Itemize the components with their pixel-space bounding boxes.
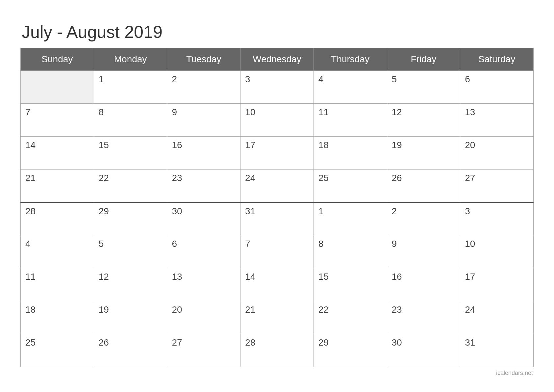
day-cell: 6 <box>167 235 240 268</box>
day-cell: 3 <box>240 71 314 104</box>
day-cell: 1 <box>94 71 167 104</box>
day-cell: 20 <box>460 137 534 170</box>
day-cell: 9 <box>167 104 240 137</box>
day-cell: 12 <box>94 268 167 301</box>
day-cell: 18 <box>314 137 387 170</box>
day-cell: 2 <box>167 71 240 104</box>
day-cell: 31 <box>460 334 534 367</box>
calendar-header: SundayMondayTuesdayWednesdayThursdayFrid… <box>21 48 534 71</box>
day-cell: 17 <box>460 268 534 301</box>
week-row-0: 123456 <box>21 71 534 104</box>
day-cell: 11 <box>21 268 94 301</box>
header-cell-wednesday: Wednesday <box>240 48 314 71</box>
day-cell: 21 <box>240 301 314 334</box>
day-cell: 27 <box>460 170 534 202</box>
calendar-container: July - August 2019 SundayMondayTuesdayWe… <box>20 9 534 383</box>
day-cell: 23 <box>167 170 240 202</box>
day-cell: 24 <box>240 170 314 202</box>
day-cell: 7 <box>21 104 94 137</box>
calendar-body: 1234567891011121314151617181920212223242… <box>21 71 534 367</box>
day-cell: 14 <box>21 137 94 170</box>
watermark: icalendars.net <box>20 370 534 377</box>
week-row-1: 78910111213 <box>21 104 534 137</box>
day-cell: 5 <box>387 71 460 104</box>
day-cell: 2 <box>387 202 460 235</box>
week-row-7: 18192021222324 <box>21 301 534 334</box>
calendar-title: July - August 2019 <box>20 22 534 42</box>
calendar-table: SundayMondayTuesdayWednesdayThursdayFrid… <box>20 48 534 367</box>
day-cell: 8 <box>94 104 167 137</box>
day-cell: 22 <box>314 301 387 334</box>
day-cell: 9 <box>387 235 460 268</box>
day-cell: 4 <box>314 71 387 104</box>
week-row-2: 14151617181920 <box>21 137 534 170</box>
day-cell: 7 <box>240 235 314 268</box>
day-cell: 4 <box>21 235 94 268</box>
day-cell: 18 <box>21 301 94 334</box>
day-cell: 11 <box>314 104 387 137</box>
header-cell-saturday: Saturday <box>460 48 534 71</box>
day-cell: 20 <box>167 301 240 334</box>
day-cell: 1 <box>314 202 387 235</box>
day-cell: 28 <box>240 334 314 367</box>
day-cell: 31 <box>240 202 314 235</box>
day-cell: 23 <box>387 301 460 334</box>
day-cell: 12 <box>387 104 460 137</box>
day-cell: 3 <box>460 202 534 235</box>
day-cell: 26 <box>387 170 460 202</box>
day-cell: 22 <box>94 170 167 202</box>
day-cell: 10 <box>240 104 314 137</box>
day-cell: 19 <box>94 301 167 334</box>
week-row-5: 45678910 <box>21 235 534 268</box>
day-cell: 13 <box>167 268 240 301</box>
day-cell: 5 <box>94 235 167 268</box>
day-cell: 14 <box>240 268 314 301</box>
day-cell: 26 <box>94 334 167 367</box>
day-cell: 30 <box>167 202 240 235</box>
day-cell <box>21 71 94 104</box>
header-cell-friday: Friday <box>387 48 460 71</box>
header-cell-tuesday: Tuesday <box>167 48 240 71</box>
day-cell: 17 <box>240 137 314 170</box>
week-row-4: 28293031123 <box>21 202 534 235</box>
day-cell: 8 <box>314 235 387 268</box>
week-row-6: 11121314151617 <box>21 268 534 301</box>
day-cell: 29 <box>314 334 387 367</box>
day-cell: 30 <box>387 334 460 367</box>
day-cell: 6 <box>460 71 534 104</box>
day-cell: 28 <box>21 202 94 235</box>
day-cell: 19 <box>387 137 460 170</box>
day-cell: 25 <box>21 334 94 367</box>
day-cell: 15 <box>314 268 387 301</box>
header-cell-sunday: Sunday <box>21 48 94 71</box>
day-cell: 25 <box>314 170 387 202</box>
week-row-3: 21222324252627 <box>21 170 534 202</box>
day-cell: 16 <box>167 137 240 170</box>
day-cell: 21 <box>21 170 94 202</box>
week-row-8: 25262728293031 <box>21 334 534 367</box>
day-cell: 10 <box>460 235 534 268</box>
day-cell: 29 <box>94 202 167 235</box>
day-cell: 16 <box>387 268 460 301</box>
day-cell: 24 <box>460 301 534 334</box>
day-cell: 15 <box>94 137 167 170</box>
header-cell-thursday: Thursday <box>314 48 387 71</box>
header-cell-monday: Monday <box>94 48 167 71</box>
day-cell: 13 <box>460 104 534 137</box>
day-cell: 27 <box>167 334 240 367</box>
header-row: SundayMondayTuesdayWednesdayThursdayFrid… <box>21 48 534 71</box>
